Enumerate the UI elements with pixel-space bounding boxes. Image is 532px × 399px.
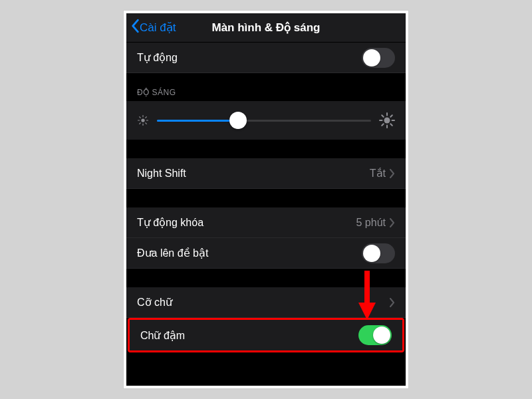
svg-point-0 <box>141 118 144 122</box>
back-label: Cài đặt <box>140 21 176 35</box>
text-size-label: Cỡ chữ <box>137 296 390 309</box>
raise-to-wake-row[interactable]: Đưa lên đề bật <box>126 238 406 269</box>
auto-label: Tự động <box>137 51 362 64</box>
text-size-row[interactable]: Cỡ chữ <box>126 287 406 318</box>
sun-small-icon <box>137 114 149 126</box>
brightness-slider[interactable] <box>157 120 371 122</box>
auto-toggle[interactable] <box>362 48 395 68</box>
svg-line-6 <box>146 123 147 124</box>
night-shift-label: Night Shift <box>137 168 370 180</box>
bold-text-label: Chữ đậm <box>140 329 358 342</box>
screenshot-frame: Cài đặt Màn hình & Độ sáng Tự động ĐỘ SÁ… <box>123 10 409 389</box>
annotation-highlight: Chữ đậm <box>128 318 404 352</box>
auto-row[interactable]: Tự động <box>126 43 406 73</box>
navigation-bar: Cài đặt Màn hình & Độ sáng <box>126 13 406 43</box>
chevron-right-icon <box>390 298 395 307</box>
bold-text-toggle[interactable] <box>358 325 392 345</box>
brightness-section-header: ĐỘ SÁNG <box>126 73 406 101</box>
svg-point-9 <box>384 118 390 124</box>
svg-line-14 <box>382 115 384 117</box>
auto-lock-value: 5 phút <box>356 217 386 229</box>
bold-text-row[interactable]: Chữ đậm <box>130 320 402 350</box>
auto-lock-label: Tự động khóa <box>137 216 356 229</box>
sun-large-icon <box>379 112 395 128</box>
svg-line-5 <box>140 117 141 118</box>
svg-line-16 <box>382 124 384 126</box>
svg-line-17 <box>390 115 392 117</box>
chevron-right-icon <box>390 218 395 227</box>
phone-screen: Cài đặt Màn hình & Độ sáng Tự động ĐỘ SÁ… <box>126 13 406 386</box>
svg-line-8 <box>146 117 147 118</box>
auto-lock-row[interactable]: Tự động khóa 5 phút <box>126 207 406 238</box>
raise-to-wake-toggle[interactable] <box>362 243 395 263</box>
brightness-slider-row <box>126 101 406 140</box>
chevron-left-icon <box>130 19 140 37</box>
svg-line-15 <box>390 124 392 126</box>
chevron-right-icon <box>390 169 395 178</box>
night-shift-value: Tắt <box>370 167 386 180</box>
svg-line-7 <box>140 123 141 124</box>
back-button[interactable]: Cài đặt <box>126 19 176 37</box>
night-shift-row[interactable]: Night Shift Tắt <box>126 158 406 189</box>
raise-to-wake-label: Đưa lên đề bật <box>137 247 362 259</box>
